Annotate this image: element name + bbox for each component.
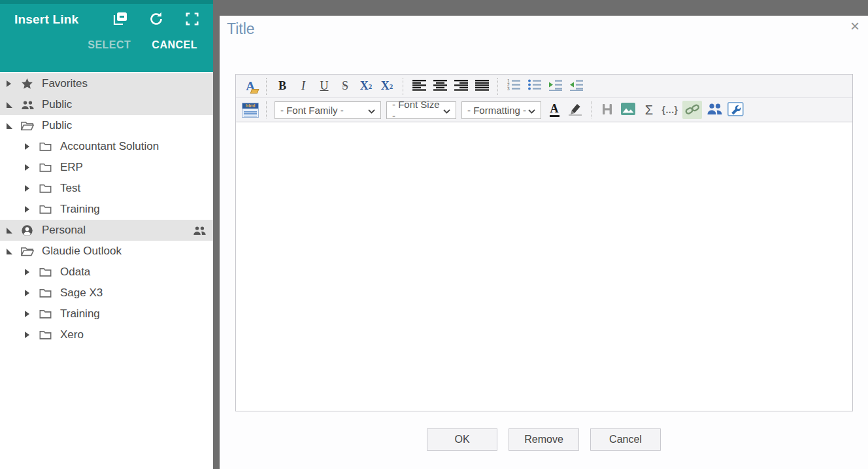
link-editor-dialog: Title × A B I U S X2 X2: [220, 16, 868, 469]
formula-button[interactable]: Σ: [641, 101, 658, 119]
image-icon: [621, 103, 635, 117]
tree-item-label: Training: [60, 203, 100, 216]
tree-item-test[interactable]: Test: [0, 178, 213, 199]
highlight-color-button[interactable]: [567, 101, 584, 119]
bullet-list-icon: [527, 79, 542, 93]
html-source-icon: html: [242, 103, 259, 118]
dialog-footer: OK Remove Cancel: [220, 428, 868, 451]
tree-item-glaudie-outlook[interactable]: Glaudie Outlook: [0, 241, 213, 262]
italic-button[interactable]: I: [295, 77, 312, 96]
panel-cancel-button[interactable]: CANCEL: [152, 39, 197, 51]
cancel-button[interactable]: Cancel: [590, 428, 661, 451]
collapse-arrow-icon[interactable]: [7, 102, 21, 108]
font-size-value: - Font Size -: [392, 99, 443, 121]
subscript-icon: X: [360, 79, 369, 93]
tree-item-xero[interactable]: Xero: [0, 324, 213, 345]
horizontal-rule-button[interactable]: [599, 101, 616, 119]
editor-content[interactable]: [236, 122, 852, 411]
font-family-dropdown[interactable]: - Font Family -: [275, 101, 381, 119]
fullscreen-button[interactable]: [183, 10, 201, 29]
tree-item-label: Glaudie Outlook: [42, 245, 122, 258]
insert-link-button[interactable]: [682, 101, 702, 119]
font-color-button[interactable]: A: [546, 101, 563, 119]
collapse-arrow-icon[interactable]: [7, 123, 21, 129]
folder-open-icon: [21, 120, 39, 131]
folder-icon: [39, 162, 58, 173]
subscript-button[interactable]: X2: [358, 77, 375, 96]
insert-image-button[interactable]: [620, 101, 637, 119]
star-icon: [21, 78, 39, 90]
tree-item-accountant-solution[interactable]: Accountant Solution: [0, 136, 213, 157]
collapse-all-button[interactable]: [111, 10, 129, 29]
align-center-button[interactable]: [431, 77, 448, 96]
tree-item-training[interactable]: Training: [0, 304, 213, 324]
people-icon: [193, 226, 207, 235]
tree-item-personal[interactable]: Personal: [0, 220, 213, 241]
tree-item-public[interactable]: Public: [0, 94, 213, 115]
expand-arrow-icon[interactable]: [7, 80, 21, 87]
align-left-button[interactable]: [410, 77, 427, 96]
ok-button[interactable]: OK: [427, 428, 497, 451]
remove-format-button[interactable]: A: [242, 77, 259, 96]
collapse-arrow-icon[interactable]: [7, 249, 21, 254]
align-left-icon: [412, 80, 426, 93]
expand-arrow-icon[interactable]: [25, 185, 39, 192]
toolbar-separator: [403, 78, 403, 95]
superscript-icon: X: [381, 79, 390, 93]
tree-item-sage-x3[interactable]: Sage X3: [0, 283, 213, 304]
layers-minus-icon: [112, 11, 129, 29]
align-right-button[interactable]: [452, 77, 469, 96]
tree-item-label: Sage X3: [60, 287, 103, 300]
settings-wrench-button[interactable]: [727, 101, 744, 119]
align-center-icon: [433, 80, 447, 93]
expand-arrow-icon[interactable]: [25, 290, 39, 296]
bold-button[interactable]: B: [274, 77, 291, 96]
toolbar-row-2: html - Font Family - - Font Size - - For…: [236, 98, 852, 122]
remove-button[interactable]: Remove: [509, 428, 579, 451]
expand-arrow-icon[interactable]: [25, 206, 39, 213]
align-right-icon: [454, 80, 468, 93]
expand-arrow-icon[interactable]: [25, 164, 39, 171]
indent-icon: [548, 79, 563, 93]
collapse-arrow-icon[interactable]: [7, 228, 21, 234]
tree-item-training[interactable]: Training: [0, 199, 213, 220]
font-family-value: - Font Family -: [280, 105, 344, 116]
users-icon: [707, 103, 723, 117]
tree-item-odata[interactable]: Odata: [0, 262, 213, 283]
font-size-dropdown[interactable]: - Font Size -: [386, 101, 456, 119]
toolbar-separator: [591, 101, 592, 118]
expand-arrow-icon[interactable]: [25, 311, 39, 317]
outdent-button[interactable]: [568, 77, 585, 96]
folder-icon: [39, 267, 58, 277]
tree-item-label: Training: [60, 307, 100, 321]
justify-button[interactable]: [473, 77, 490, 96]
close-icon[interactable]: ×: [850, 18, 860, 34]
ordered-list-icon: 123: [507, 79, 521, 93]
insert-link-panel: Insert Link: [0, 0, 213, 469]
expand-arrow-icon[interactable]: [25, 332, 39, 338]
folder-icon: [39, 330, 58, 340]
horizontal-rule-icon: [601, 103, 614, 117]
refresh-button[interactable]: [147, 10, 165, 29]
underline-button[interactable]: U: [316, 77, 333, 96]
superscript-button[interactable]: X2: [378, 77, 395, 96]
tree-item-public[interactable]: Public: [0, 115, 213, 136]
expand-arrow-icon[interactable]: [25, 143, 39, 150]
select-button[interactable]: SELECT: [88, 39, 131, 51]
formatting-dropdown[interactable]: - Formatting -: [461, 101, 541, 119]
bullet-list-button[interactable]: [526, 77, 543, 96]
font-color-icon: A: [550, 103, 559, 117]
indent-button[interactable]: [547, 77, 564, 96]
html-source-button[interactable]: html: [242, 101, 259, 119]
strikethrough-button[interactable]: S: [337, 77, 354, 96]
tree-item-label: Odata: [60, 266, 90, 279]
folder-icon: [39, 288, 58, 298]
formatting-value: - Formatting -: [467, 105, 526, 116]
code-snippet-button[interactable]: {...}: [661, 101, 678, 119]
expand-arrow-icon[interactable]: [25, 269, 39, 275]
tree-item-erp[interactable]: ERP: [0, 157, 213, 178]
folder-icon: [39, 204, 58, 215]
ordered-list-button[interactable]: 123: [505, 77, 522, 96]
users-button[interactable]: [706, 101, 723, 119]
tree-item-favorites[interactable]: Favorites: [0, 73, 213, 94]
